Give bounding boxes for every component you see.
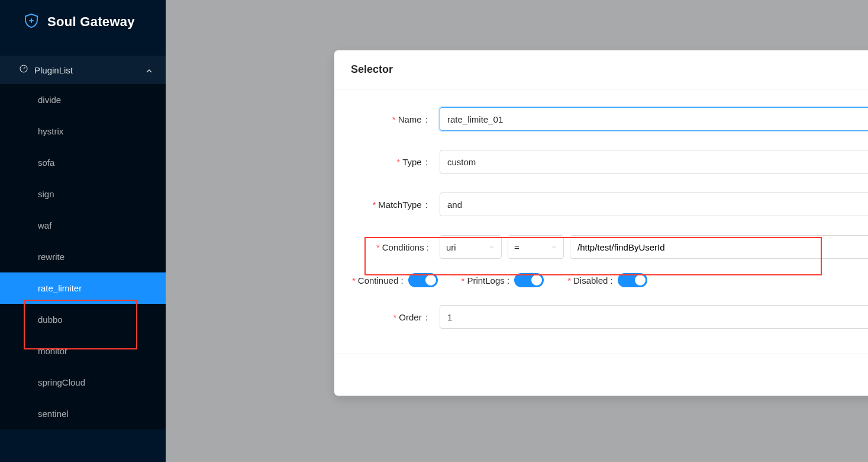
selector-modal: Selector *Name : *Type : custom bbox=[334, 50, 868, 396]
modal-header: Selector bbox=[334, 50, 868, 89]
sidebar-menu: PluginList divide hystrix sofa sign waf … bbox=[0, 56, 166, 429]
brand-title: Soul Gateway bbox=[47, 14, 135, 30]
condition-operator-select[interactable]: = bbox=[508, 235, 564, 259]
modal-title: Selector bbox=[351, 63, 393, 76]
printlogs-toggle[interactable] bbox=[514, 273, 544, 287]
sidebar-item-hystrix[interactable]: hystrix bbox=[0, 116, 166, 147]
sidebar-item-sentinel[interactable]: sentinel bbox=[0, 398, 166, 429]
type-select[interactable]: custom bbox=[440, 150, 868, 174]
menu-group-pluginlist[interactable]: PluginList bbox=[0, 56, 166, 84]
modal-body: *Name : *Type : custom *MatchT bbox=[334, 89, 868, 354]
label-continued: *Continued : bbox=[352, 275, 404, 285]
sidebar-item-divide[interactable]: divide bbox=[0, 84, 166, 116]
brand: Soul Gateway bbox=[0, 0, 166, 44]
sidebar-item-waf[interactable]: waf bbox=[0, 210, 166, 241]
label-conditions: *Conditions : bbox=[352, 242, 429, 252]
sidebar-item-sofa[interactable]: sofa bbox=[0, 147, 166, 178]
label-type: *Type : bbox=[352, 157, 429, 167]
sidebar-item-dubbo[interactable]: dubbo bbox=[0, 304, 166, 335]
disabled-toggle[interactable] bbox=[618, 273, 647, 287]
sidebar-item-rewrite[interactable]: rewrite bbox=[0, 241, 166, 272]
menu-group-label: PluginList bbox=[34, 65, 73, 75]
modal-footer: Cancel Sure bbox=[334, 354, 868, 396]
continued-toggle[interactable] bbox=[408, 273, 438, 287]
condition-field-select[interactable]: uri bbox=[440, 235, 502, 259]
label-name: *Name : bbox=[352, 114, 429, 124]
brand-shield-icon bbox=[22, 12, 40, 32]
matchtype-select[interactable]: and bbox=[440, 192, 868, 216]
label-matchtype: *MatchType : bbox=[352, 200, 429, 210]
chevron-up-icon bbox=[144, 66, 151, 73]
name-input[interactable] bbox=[440, 107, 868, 131]
sidebar-item-springcloud[interactable]: springCloud bbox=[0, 367, 166, 398]
order-input[interactable] bbox=[440, 305, 868, 329]
sidebar-item-sign[interactable]: sign bbox=[0, 178, 166, 210]
condition-value-input[interactable] bbox=[570, 235, 868, 259]
label-printlogs: *PrintLogs : bbox=[462, 275, 510, 285]
dashboard-icon bbox=[19, 64, 28, 76]
content-area: Selector *Name : *Type : custom bbox=[166, 0, 868, 462]
sidebar-item-rate-limiter[interactable]: rate_limiter bbox=[0, 272, 166, 304]
label-order: *Order : bbox=[352, 312, 429, 322]
sidebar-item-monitor[interactable]: monitor bbox=[0, 335, 166, 367]
sidebar: Soul Gateway PluginList divide hystrix bbox=[0, 0, 166, 462]
chevron-down-icon bbox=[488, 242, 495, 252]
chevron-down-icon bbox=[550, 242, 557, 252]
label-disabled: *Disabled : bbox=[567, 275, 613, 285]
